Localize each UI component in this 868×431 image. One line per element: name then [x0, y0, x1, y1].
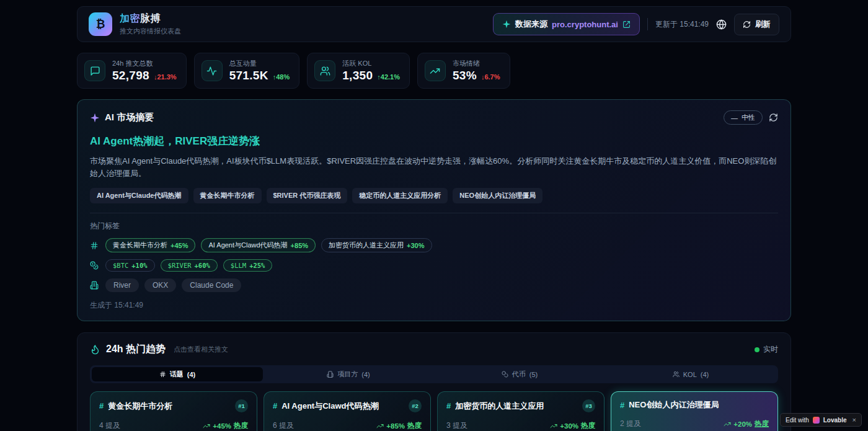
hash-icon: #	[620, 401, 624, 410]
topic-pill[interactable]: AI Agent与Claude代码热潮	[90, 188, 188, 203]
updated-timestamp: 更新于 15:41:49	[655, 19, 709, 30]
lovable-badge[interactable]: Edit with Lovable ×	[780, 413, 862, 427]
tab-topics[interactable]: 话题(4)	[92, 367, 263, 381]
stat-value: 571.5K	[229, 69, 268, 82]
building-icon	[90, 281, 100, 290]
lovable-heart-icon	[813, 417, 820, 424]
divider	[90, 213, 778, 213]
trending-up-icon	[550, 422, 557, 430]
stat-card-sentiment: 市场情绪 53%↓6.7%	[417, 53, 510, 89]
generated-timestamp: 生成于 15:41:49	[90, 300, 778, 311]
live-dot-icon	[755, 347, 760, 352]
hot-topic-tag[interactable]: 黄金长期牛市分析+45%	[105, 238, 195, 252]
close-icon[interactable]: ×	[852, 416, 856, 424]
stat-value: 1,350	[342, 69, 373, 82]
stat-label: 市场情绪	[453, 59, 500, 68]
summary-section-title: AI 市场摘要	[105, 112, 154, 123]
stat-label: 24h 推文总数	[112, 59, 177, 68]
data-source-button[interactable]: 数据来源 pro.cryptohunt.ai	[493, 13, 640, 35]
sparkles-icon	[90, 113, 100, 123]
topic-pill[interactable]: 稳定币的人道主义应用分析	[352, 188, 448, 203]
trends-hint: 点击查看相关推文	[174, 345, 228, 354]
hash-icon: #	[446, 401, 451, 411]
trend-card-highlighted[interactable]: # NEO创始人内讧治理僵局 2 提及 +20%热度	[611, 391, 778, 431]
stat-change: ↑42.1%	[377, 73, 400, 81]
stat-label: 活跃 KOL	[342, 59, 400, 68]
live-indicator: 实时	[755, 344, 778, 355]
stat-change: ↓6.7%	[481, 73, 500, 81]
tab-tokens[interactable]: 代币(5)	[434, 367, 605, 381]
stat-change: ↑48%	[273, 73, 290, 81]
lovable-prefix: Edit with	[786, 417, 809, 424]
coins-icon	[502, 371, 508, 378]
message-square-icon	[84, 60, 105, 81]
trending-up-icon	[203, 422, 210, 430]
hot-topic-tag[interactable]: AI Agent与Clawd代码热潮+85%	[201, 238, 316, 252]
project-tag[interactable]: Claude Code	[182, 278, 241, 292]
users-icon	[314, 60, 335, 81]
hot-projects-row: River OKX Claude Code	[90, 278, 778, 292]
tab-projects[interactable]: 项目方(4)	[263, 367, 434, 381]
globe-icon	[716, 19, 727, 30]
hot-topics-row: 黄金长期牛市分析+45% AI Agent与Clawd代码热潮+85% 加密货币…	[90, 238, 778, 252]
token-tag[interactable]: $LLM+25%	[223, 259, 273, 272]
ai-summary-section: AI 市场摘要 — 中性 AI Agent热潮起，RIVER强庄逆势涨 市场聚焦…	[77, 99, 791, 321]
heat-indicator: +45%热度	[203, 421, 248, 430]
rank-badge: #2	[409, 399, 422, 412]
hot-tags-title: 热门标签	[90, 221, 778, 231]
stat-value: 53%	[453, 69, 477, 82]
project-tag[interactable]: OKX	[144, 278, 176, 292]
header: ₿ 加密脉搏 推文内容情报仪表盘 数据来源 pro.cryptohunt.ai …	[77, 6, 791, 42]
external-link-icon	[622, 20, 631, 29]
heat-indicator: +85%热度	[376, 421, 422, 430]
mentions-count: 2 提及	[620, 419, 641, 429]
trends-section-title: 24h 热门趋势	[106, 343, 166, 356]
token-tag[interactable]: $BTC+10%	[105, 259, 155, 272]
stat-label: 总互动量	[229, 59, 290, 68]
refresh-icon	[769, 113, 778, 122]
topic-pill[interactable]: NEO创始人内讧治理僵局	[453, 188, 542, 203]
app-logo-icon: ₿	[89, 12, 112, 36]
rank-badge: #1	[235, 399, 248, 412]
hot-topic-tag[interactable]: 加密货币的人道主义应用+30%	[321, 238, 432, 252]
stat-change: ↓21.3%	[154, 73, 177, 81]
mentions-count: 3 提及	[446, 420, 467, 431]
trending-up-icon	[425, 60, 446, 81]
sentiment-badge: — 中性	[724, 110, 763, 125]
activity-icon	[202, 60, 223, 81]
summary-topic-pills: AI Agent与Claude代码热潮 黄金长期牛市分析 $RIVER 代币强庄…	[90, 188, 778, 203]
refresh-icon	[743, 20, 751, 29]
page-subtitle: 推文内容情报仪表盘	[120, 27, 181, 36]
brand: ₿ 加密脉搏 推文内容情报仪表盘	[89, 12, 181, 36]
stats-row: 24h 推文总数 52,798↓21.3% 总互动量 571.5K↑48% 活跃…	[77, 53, 791, 89]
regenerate-summary-button[interactable]	[769, 113, 778, 122]
stat-card-tweets: 24h 推文总数 52,798↓21.3%	[77, 53, 187, 89]
project-tag[interactable]: River	[105, 278, 139, 292]
refresh-button[interactable]: 刷新	[734, 14, 779, 35]
tab-kol[interactable]: KOL(4)	[605, 367, 776, 381]
hash-icon	[90, 241, 100, 250]
topic-pill[interactable]: $RIVER 代币强庄表现	[267, 188, 348, 203]
mentions-count: 6 提及	[273, 420, 294, 431]
stat-card-engagement: 总互动量 571.5K↑48%	[194, 53, 300, 89]
language-globe-button[interactable]	[716, 19, 727, 30]
trends-tabs: 话题(4) 项目方(4) 代币(5) KOL(4)	[90, 365, 778, 383]
hash-icon: #	[99, 401, 104, 411]
token-tag[interactable]: $RIVER+60%	[161, 259, 218, 272]
trending-up-icon	[376, 422, 384, 430]
heat-indicator: +30%热度	[550, 421, 595, 430]
trends-section: 24h 热门趋势 点击查看相关推文 实时 话题(4) 项目方(4)	[77, 332, 791, 431]
users-icon	[673, 371, 680, 378]
stat-card-active-kol: 活跃 KOL 1,350↑42.1%	[307, 53, 410, 89]
source-link[interactable]: pro.cryptohunt.ai	[552, 20, 618, 29]
coins-icon	[90, 261, 100, 270]
dashboard-page: ₿ 加密脉搏 推文内容情报仪表盘 数据来源 pro.cryptohunt.ai …	[77, 0, 791, 431]
sparkles-icon	[502, 20, 511, 29]
trend-card[interactable]: # AI Agent与Clawd代码热潮 #2 6 提及 +85%热度	[264, 391, 431, 431]
source-label: 数据来源	[515, 19, 547, 30]
divider	[647, 18, 648, 30]
trend-card[interactable]: # 加密货币的人道主义应用 #3 3 提及 +30%热度	[437, 391, 604, 431]
topic-pill[interactable]: 黄金长期牛市分析	[193, 188, 262, 203]
trend-card[interactable]: # 黄金长期牛市分析 #1 4 提及 +45%热度	[90, 391, 257, 431]
building-icon	[327, 371, 334, 378]
